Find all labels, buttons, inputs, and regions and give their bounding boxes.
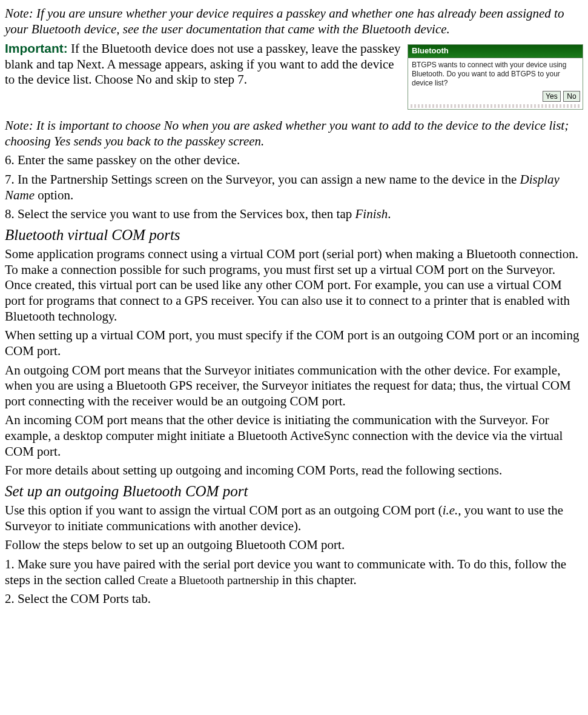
step-7-text-c: option. xyxy=(35,188,73,202)
step-8: 8. Select the service you want to use fr… xyxy=(5,207,583,222)
yes-button[interactable]: Yes xyxy=(543,91,561,102)
note-passkey-unsure: Note: If you are unsure whether your dev… xyxy=(5,6,583,37)
step-6: 6. Enter the same passkey on the other d… xyxy=(5,153,583,168)
outgoing-intro: Use this option if you want to assign th… xyxy=(5,503,583,534)
outgoing-step-1: 1. Make sure you have paired with the se… xyxy=(5,557,583,588)
dialog-resize-dots xyxy=(411,104,580,108)
step-8-text-c: . xyxy=(388,207,391,221)
virtual-com-para-1: Some application programs connect using … xyxy=(5,247,583,324)
heading-virtual-com-ports: Bluetooth virtual COM ports xyxy=(5,226,583,245)
virtual-com-para-5: For more details about setting up outgoi… xyxy=(5,463,583,479)
ie-abbrev: i.e., xyxy=(443,503,461,517)
outgoing-step-1-c: in this chapter. xyxy=(279,573,357,587)
step-7: 7. In the Partnership Settings screen on… xyxy=(5,172,583,203)
dialog-title: Bluetooth xyxy=(408,45,583,58)
outgoing-step-2: 2. Select the COM Ports tab. xyxy=(5,591,583,607)
virtual-com-para-3: An outgoing COM port means that the Surv… xyxy=(5,363,583,410)
virtual-com-para-4: An incoming COM port means that the othe… xyxy=(5,413,583,459)
no-button[interactable]: No xyxy=(563,91,580,102)
outgoing-follow-steps: Follow the steps below to set up an outg… xyxy=(5,537,583,553)
dialog-body-text: BTGPS wants to connect with your device … xyxy=(408,58,583,90)
step-8-text-a: 8. Select the service you want to use fr… xyxy=(5,207,355,221)
heading-outgoing-com-port: Set up an outgoing Bluetooth COM port xyxy=(5,482,583,501)
outgoing-intro-a: Use this option if you want to assign th… xyxy=(5,503,443,517)
dialog-button-row: Yes No xyxy=(408,90,583,104)
important-label: Important: xyxy=(5,41,68,55)
note-choose-no: Note: It is important to choose No when … xyxy=(5,113,583,149)
bluetooth-dialog: Bluetooth BTGPS wants to connect with yo… xyxy=(408,44,583,110)
virtual-com-para-2: When setting up a virtual COM port, you … xyxy=(5,328,583,359)
create-partnership-ref: Create a Bluetooth partnership xyxy=(138,574,279,587)
finish-label: Finish xyxy=(355,207,388,221)
step-7-text-a: 7. In the Partnership Settings screen on… xyxy=(5,172,520,187)
